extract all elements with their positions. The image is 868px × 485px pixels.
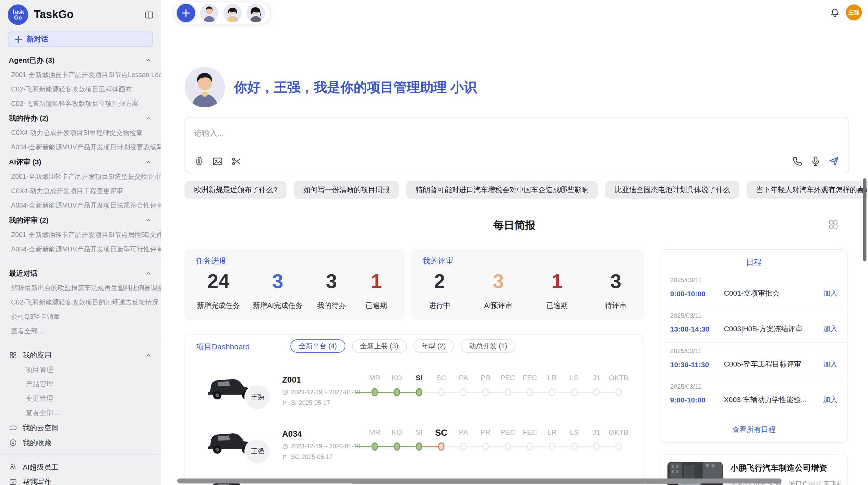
join-button[interactable]: 加入 [823, 288, 837, 298]
recent-chat-item[interactable]: 解释最新出台的欧盟报废车法规再生塑料比例被调至15%... [0, 281, 161, 295]
stat: 1 已逾期 [541, 271, 573, 311]
milestone-dot [549, 388, 555, 396]
suggestion-chip[interactable]: 当下年轻人对汽车外观有怎样的喜好趋势 [747, 181, 868, 199]
section-title: AI评审 (3) [9, 157, 41, 167]
section-header[interactable]: 最近对话 [0, 266, 161, 281]
dashboard-tab[interactable]: 动总开发 (1) [461, 339, 516, 353]
my-apps-label: 我的应用 [23, 350, 145, 360]
suggestion-chip[interactable]: 比亚迪全固态电池计划具体说了什么 [605, 181, 739, 199]
milestone-dot [504, 388, 511, 396]
project-row-z001[interactable]: 王强 Z001 2023-12-19 ~ 2027-01-19 SI-2025-… [185, 370, 643, 426]
milestone-label: PEC [500, 428, 515, 439]
new-chat-button[interactable]: 新对话 [8, 32, 153, 47]
agent-avatar[interactable] [247, 4, 265, 22]
scissors-icon[interactable] [231, 156, 242, 167]
tool-help-write[interactable]: 帮我写作 [0, 474, 161, 485]
sidebar-task-item[interactable]: Z001-全新燃油轻卡产品开发项目SI节点属性5D文件评审 [0, 227, 161, 242]
section-header[interactable]: AI评审 (3) [0, 154, 161, 170]
agent-switcher [173, 2, 271, 24]
microphone-icon[interactable] [810, 156, 821, 167]
app-item[interactable]: 项目管理 [0, 363, 161, 377]
user-avatar[interactable]: 王强 [846, 4, 862, 21]
project-name: Z001 [282, 375, 301, 384]
dashboard-tab[interactable]: 年型 (2) [413, 339, 454, 353]
dashboard-tab[interactable]: 全新上装 (3) [352, 339, 407, 353]
sidebar-task-item[interactable]: C02-飞腾新能源轻客改款项目里程碑画布 [0, 82, 161, 96]
chat-composer [184, 117, 849, 173]
suggestion-chip[interactable]: 如何写一份清晰的项目周报 [294, 181, 399, 199]
app-item[interactable]: 产品管理 [0, 377, 161, 391]
stat-value: 2 [423, 271, 456, 291]
section-header[interactable]: 我的评审 (2) [0, 213, 161, 228]
agent-avatar[interactable] [224, 4, 242, 22]
schedule-title: 日程 [660, 258, 848, 268]
logo-text-bottom: Go [14, 15, 22, 20]
sidebar-task-item[interactable]: Z001-全新燃油轻卡产品开发项目SI造型提交物评审 [0, 170, 161, 184]
assistant-avatar [184, 67, 225, 108]
join-button[interactable]: 加入 [823, 359, 837, 369]
chat-input[interactable] [194, 125, 693, 140]
suggestion-chip[interactable]: 欧洲新规最近颁布了什么? [184, 181, 287, 199]
milestone: OKTB [607, 374, 630, 396]
vertical-scrollbar[interactable] [863, 178, 867, 261]
sidebar-task-item[interactable]: C0X4-动力总成开发项目工程变更评审 [0, 184, 161, 198]
dashboard-tab[interactable]: 全新平台 (4) [290, 339, 345, 353]
agent-avatar[interactable] [200, 4, 218, 22]
sidebar-task-item[interactable]: Z001-全新燃油皮卡产品开发项目SI节点Lesson Learn报告 [0, 67, 161, 82]
image-icon[interactable] [212, 156, 224, 167]
join-button[interactable]: 加入 [823, 395, 837, 405]
recent-chat-item[interactable]: 公司Q3轻卡销量 [0, 310, 161, 324]
stat-value: 3 [600, 271, 632, 291]
my-cloud-row[interactable]: 我的云空间 [0, 420, 161, 435]
stat: 3 待评审 [600, 271, 632, 311]
sidebar-task-item[interactable]: A034-全新新能源MUV产品开发项目法规符合性评审 [0, 198, 161, 213]
milestone-dot [593, 388, 600, 396]
milestone-label: LS [570, 374, 579, 385]
milestone-dot [438, 443, 444, 451]
sidebar-task-item[interactable]: A034-全新新能源MUV产品开发项目造型可行性评审 [0, 242, 161, 256]
divider [0, 261, 161, 261]
attachment-icon[interactable] [193, 156, 205, 167]
write-doc-icon [9, 478, 17, 485]
notification-bell-icon[interactable] [829, 7, 840, 18]
horizontal-scrollbar[interactable] [177, 478, 781, 484]
recent-chat-item[interactable]: C02-飞腾新能源轻客改款项目的闭环通告反馈情况 [0, 295, 161, 310]
new-chat-label: 新对话 [27, 34, 48, 44]
greeting-block: 你好，王强，我是你的项目管理助理 小识 [184, 67, 477, 108]
suggestion-chip[interactable]: 特朗普可能对进口汽车增税会对中国车企造成哪些影响 [407, 181, 598, 199]
my-favorites-row[interactable]: 我的收藏 [0, 435, 161, 450]
send-icon[interactable] [828, 156, 840, 167]
join-button[interactable]: 加入 [823, 324, 837, 334]
section-title: Agent已办 (3) [9, 55, 55, 65]
stat: 24 新增完成任务 [197, 271, 240, 311]
project-dates: 2023-12-19 ~ 2027-01-19 [282, 389, 360, 395]
section-header[interactable]: Agent已办 (3) [0, 53, 161, 68]
stat: 3 新增AI完成任务 [253, 271, 303, 311]
phone-call-icon[interactable] [792, 156, 803, 167]
project-date-range: 2023-12-19 ~ 2027-01-19 [291, 389, 360, 395]
app-item[interactable]: 查看全部... [0, 406, 161, 420]
collapse-sidebar-icon[interactable] [144, 10, 154, 20]
stat-label: 待评审 [600, 301, 632, 311]
add-agent-button[interactable] [177, 4, 195, 22]
layout-grid-icon[interactable] [828, 219, 839, 230]
people-icon [9, 463, 17, 471]
sidebar-task-item[interactable]: C02-飞腾新能源轻客改款项目立项汇报方案 [0, 96, 161, 111]
milestone-label: LS [570, 428, 579, 439]
sidebar-task-item[interactable]: A034-全新新能源MUV产品开发项目计划变更表编写 [0, 140, 161, 154]
project-row-a034[interactable]: 王强 A034 2023-12-19 ~ 2026-01-19 SC-2025-… [185, 425, 643, 480]
tool-label: AI超级员工 [23, 462, 152, 472]
my-cloud-label: 我的云空间 [23, 423, 152, 433]
sidebar-task-item[interactable]: C0X4-动力总成开发项目SI里程碑提交物检查 [0, 126, 161, 140]
main-area: 王强 你好，王强，我是你的项目管理助理 小识 欧洲新规最近颁布了什么?如何写一份… [161, 0, 868, 485]
app-item[interactable]: 变更管理 [0, 391, 161, 406]
taskgo-app: Task Go TaskGo 新对话 Agent已办 (3) Z001-全新 [0, 0, 868, 485]
favorites-icon [9, 438, 17, 447]
section-title: 最近对话 [9, 268, 38, 278]
my-apps-row[interactable]: 我的应用 [0, 348, 161, 363]
section-header[interactable]: 我的待办 (2) [0, 111, 161, 126]
view-all-schedule-link[interactable]: 查看所有日程 [660, 425, 848, 435]
tool-ai-employee[interactable]: AI超级员工 [0, 460, 161, 475]
apps-grid-icon [9, 351, 17, 359]
recent-chat-item[interactable]: 查看全部... [0, 324, 161, 338]
